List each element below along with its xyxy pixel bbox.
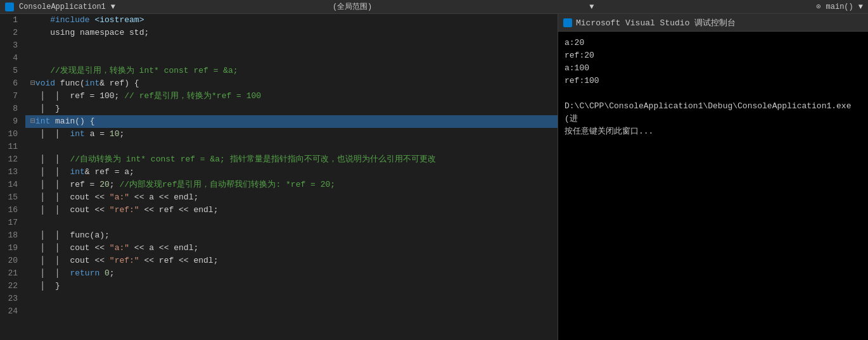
line-content: using namespace std; [25, 27, 558, 39]
line-content: #include <iostream> [25, 14, 558, 27]
scope-label: (全局范围) [333, 1, 372, 12]
line-content [25, 305, 558, 318]
line-number: 20 [0, 255, 25, 267]
func-icon: ⊙ [816, 2, 820, 11]
line-content: ⊟int main() { [25, 115, 558, 128]
editor-area[interactable]: 1 #include <iostream>2 using namespace s… [0, 14, 558, 340]
console-line: ref:20 [565, 49, 862, 62]
line-number: 23 [0, 293, 25, 305]
line-number: 13 [0, 166, 25, 179]
line-number: 14 [0, 179, 25, 191]
scope-dropdown-arrow: ▼ [589, 3, 594, 11]
line-content: │ │ return 0; [25, 267, 558, 280]
title-bar: ConsoleApplication1 ▼ (全局范围) ▼ ⊙ main() … [0, 0, 868, 14]
line-content [25, 293, 558, 305]
line-content: │ │ cout << "a:" << a << endl; [25, 191, 558, 204]
console-line: a:100 [565, 62, 862, 75]
line-content: │ │ //自动转换为 int* const ref = &a; 指针常量是指针… [25, 153, 558, 166]
line-content: │ │ int a = 10; [25, 128, 558, 141]
line-number: 3 [0, 39, 25, 52]
collapse-icon[interactable]: ⊟ [30, 79, 35, 88]
line-number: 18 [0, 229, 25, 242]
line-number: 11 [0, 141, 25, 153]
console-vs-icon [563, 18, 572, 27]
line-number: 6 [0, 77, 25, 90]
console-title: Microsoft Visual Studio 调试控制台 [576, 17, 736, 28]
console-line: D:\C\CPP\ConsoleApplication1\Debug\Conso… [565, 100, 862, 125]
line-number: 15 [0, 191, 25, 204]
line-number: 9 [0, 115, 25, 128]
line-number: 4 [0, 52, 25, 65]
line-content: //发现是引用，转换为 int* const ref = &a; [25, 65, 558, 77]
code-table: 1 #include <iostream>2 using namespace s… [0, 14, 558, 318]
line-content: │ } [25, 280, 558, 293]
line-number: 8 [0, 103, 25, 115]
line-content: │ │ ref = 100; // ref是引用，转换为*ref = 100 [25, 90, 558, 103]
console-line: 按任意键关闭此窗口... [565, 125, 862, 138]
console-content: a:20ref:20a:100ref:100 D:\C\CPP\ConsoleA… [558, 32, 868, 340]
line-content [25, 39, 558, 52]
line-number: 7 [0, 90, 25, 103]
console-line [565, 87, 862, 100]
collapse-icon[interactable]: ⊟ [30, 116, 35, 126]
console-line: a:20 [565, 37, 862, 49]
dropdown-arrow: ▼ [111, 3, 115, 11]
app-title: ConsoleApplication1 [19, 3, 106, 11]
line-content: │ │ cout << "ref:" << ref << endl; [25, 204, 558, 217]
line-number: 10 [0, 128, 25, 141]
line-content [25, 52, 558, 65]
line-number: 22 [0, 280, 25, 293]
main-func-label: main() [826, 3, 853, 11]
line-number: 1 [0, 14, 25, 27]
line-number: 12 [0, 153, 25, 166]
console-panel: Microsoft Visual Studio 调试控制台 a:20ref:20… [558, 14, 868, 340]
line-content: │ │ cout << "ref:" << ref << endl; [25, 255, 558, 267]
line-content: │ │ ref = 20; //内部发现ref是引用，自动帮我们转换为: *re… [25, 179, 558, 191]
line-content [25, 217, 558, 229]
line-content [25, 141, 558, 153]
line-number: 17 [0, 217, 25, 229]
func-dropdown-arrow: ▼ [858, 3, 863, 11]
line-number: 21 [0, 267, 25, 280]
line-content: │ │ func(a); [25, 229, 558, 242]
app-container: ConsoleApplication1 ▼ (全局范围) ▼ ⊙ main() … [0, 0, 868, 340]
console-title-bar: Microsoft Visual Studio 调试控制台 [558, 14, 868, 32]
line-content: │ │ int& ref = a; [25, 166, 558, 179]
line-content: │ │ cout << "a:" << a << endl; [25, 242, 558, 255]
line-number: 16 [0, 204, 25, 217]
console-line: ref:100 [565, 75, 862, 87]
line-content: ⊟void func(int& ref) { [25, 77, 558, 90]
line-number: 5 [0, 65, 25, 77]
line-number: 19 [0, 242, 25, 255]
line-number: 2 [0, 27, 25, 39]
line-content: │ } [25, 103, 558, 115]
main-container: 1 #include <iostream>2 using namespace s… [0, 14, 868, 340]
line-number: 24 [0, 305, 25, 318]
vs-icon [5, 3, 14, 11]
